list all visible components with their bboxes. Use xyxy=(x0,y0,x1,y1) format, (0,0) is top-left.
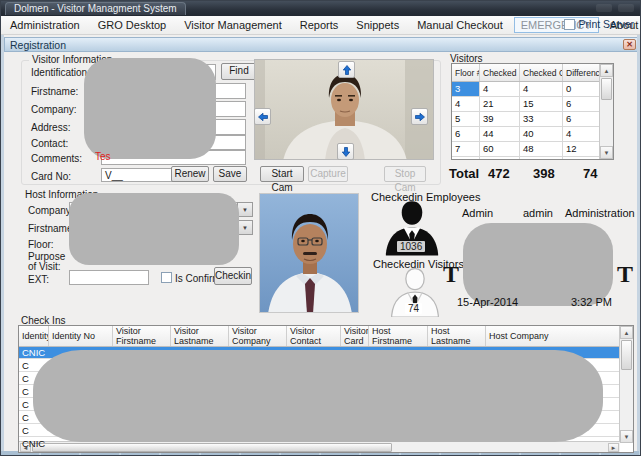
cam-pan-left-button[interactable] xyxy=(254,108,271,125)
col-host-firstname[interactable]: Host Firstname xyxy=(369,326,428,346)
col-visitor-contact[interactable]: Visitor Contact xyxy=(287,326,341,346)
cell[interactable]: 4 xyxy=(452,97,480,111)
scroll-down-icon[interactable]: ▼ xyxy=(620,430,633,443)
table-row[interactable]: 6 44 40 4 xyxy=(452,127,613,142)
cell[interactable]: 48 xyxy=(520,142,563,156)
visitors-total-label: Total xyxy=(449,166,479,181)
cell[interactable]: 6 xyxy=(452,127,480,141)
find-button[interactable]: Find xyxy=(221,63,257,80)
visitors-total-checked-out: 398 xyxy=(533,166,555,181)
col-identity-no[interactable]: Identity No xyxy=(49,326,113,346)
checkbox-icon[interactable] xyxy=(564,19,575,30)
print-server-checkbox[interactable]: Print Server xyxy=(564,18,634,30)
menu-gro-desktop[interactable]: GRO Desktop xyxy=(89,17,175,33)
col-visitor-company[interactable]: Visitor Company xyxy=(229,326,287,346)
check-ins-table[interactable]: Identity Identity No Visitor Firstname V… xyxy=(18,325,634,453)
identity-cell[interactable]: C xyxy=(22,412,29,423)
check-ins-vscrollbar[interactable]: ▲ ▼ xyxy=(619,326,633,443)
menu-visitor-management[interactable]: Visitor Management xyxy=(175,17,291,33)
registration-titlebar[interactable]: Registration ✕ xyxy=(4,37,639,52)
visitors-table[interactable]: Floor # Checked In Checked Out Differenc… xyxy=(451,63,614,160)
menu-reports[interactable]: Reports xyxy=(291,17,348,33)
col-difference[interactable]: Difference xyxy=(563,64,601,81)
scroll-right-icon[interactable]: ► xyxy=(608,443,619,452)
menu-administration[interactable]: Administration xyxy=(1,17,89,33)
close-icon[interactable]: ✕ xyxy=(623,39,636,50)
cell[interactable]: 15 xyxy=(520,97,563,111)
ext-input[interactable] xyxy=(69,270,149,285)
visitors-table-header: Floor # Checked In Checked Out Differenc… xyxy=(452,64,613,82)
minimize-icon[interactable] xyxy=(596,4,612,12)
cell[interactable]: 7 xyxy=(452,142,480,156)
col-checked-in[interactable]: Checked In xyxy=(480,64,520,81)
scrollbar-thumb[interactable] xyxy=(32,443,392,452)
checkin-button[interactable]: Checkin xyxy=(214,267,252,285)
col-identity[interactable]: Identity xyxy=(19,326,49,346)
chevron-down-icon[interactable]: ▼ xyxy=(237,202,253,217)
close-icon[interactable] xyxy=(618,4,634,12)
is-confirmed-checkbox[interactable] xyxy=(161,272,172,283)
table-row[interactable]: 7 60 48 12 xyxy=(452,142,613,157)
scrollbar-thumb[interactable] xyxy=(601,78,612,100)
col-checked-out[interactable]: Checked Out xyxy=(520,64,563,81)
titlebar[interactable]: Dolmen - Visitor Managment System xyxy=(1,1,641,16)
cell[interactable]: 8 xyxy=(452,157,480,160)
scroll-down-icon[interactable]: ▼ xyxy=(600,146,613,159)
identity-cell[interactable]: C xyxy=(22,386,29,397)
col-visitor-lastname[interactable]: Visitor Lastname xyxy=(171,326,229,346)
cell[interactable]: 4 xyxy=(480,82,520,96)
cell[interactable]: 33 xyxy=(520,112,563,126)
renew-button[interactable]: Renew xyxy=(171,166,209,182)
identity-cell[interactable]: CNIC xyxy=(22,438,45,449)
identity-cell[interactable]: C xyxy=(22,360,29,371)
host-photo xyxy=(259,193,359,313)
identity-cell[interactable]: CNIC xyxy=(22,347,45,358)
stop-cam-button[interactable]: Stop Cam xyxy=(384,166,426,182)
host-company-label: Company: xyxy=(28,205,74,216)
table-row[interactable]: 8 38 34 4 xyxy=(452,157,613,160)
chevron-down-icon[interactable]: ▼ xyxy=(237,220,253,235)
cell[interactable]: 60 xyxy=(480,142,520,156)
identity-cell[interactable]: C xyxy=(22,425,29,436)
capture-button[interactable]: Capture xyxy=(308,166,348,182)
cell[interactable]: 4 xyxy=(563,127,601,141)
col-host-company[interactable]: Host Company xyxy=(486,326,620,346)
visitors-scrollbar[interactable]: ▲ ▼ xyxy=(599,64,613,159)
cell[interactable]: 39 xyxy=(480,112,520,126)
scroll-up-icon[interactable]: ▲ xyxy=(620,326,633,339)
cell[interactable]: 6 xyxy=(563,97,601,111)
cell[interactable]: 4 xyxy=(563,157,601,160)
start-cam-button[interactable]: Start Cam xyxy=(260,166,304,182)
menu-manual-checkout[interactable]: Manual Checkout xyxy=(408,17,512,33)
check-ins-hscrollbar[interactable]: ◄ ► xyxy=(19,441,620,452)
cell[interactable]: 0 xyxy=(563,82,601,96)
cam-pan-up-button[interactable] xyxy=(338,61,355,78)
menu-snippets[interactable]: Snippets xyxy=(347,17,408,33)
cell[interactable]: 12 xyxy=(563,142,601,156)
cam-pan-down-button[interactable] xyxy=(337,143,354,160)
scroll-up-icon[interactable]: ▲ xyxy=(600,64,613,77)
col-host-lastname[interactable]: Host Lastname xyxy=(428,326,486,346)
col-floor[interactable]: Floor # xyxy=(452,64,480,81)
cell[interactable]: 44 xyxy=(480,127,520,141)
col-visitor-firstname[interactable]: Visitor Firstname xyxy=(113,326,171,346)
window-controls[interactable] xyxy=(596,4,634,12)
cam-pan-right-button[interactable] xyxy=(411,108,428,125)
save-button[interactable]: Save xyxy=(213,166,247,182)
cell[interactable]: 4 xyxy=(520,82,563,96)
cell[interactable]: 40 xyxy=(520,127,563,141)
col-visitor-card[interactable]: Visitor Card xyxy=(341,326,369,346)
table-row[interactable]: 5 39 33 6 xyxy=(452,112,613,127)
identity-cell[interactable]: C xyxy=(22,373,29,384)
cell[interactable]: 3 xyxy=(452,82,480,96)
scrollbar-thumb[interactable] xyxy=(621,340,632,370)
cell[interactable]: 6 xyxy=(563,112,601,126)
table-row[interactable]: 3 4 4 0 xyxy=(452,82,613,97)
table-row[interactable]: 4 21 15 6 xyxy=(452,97,613,112)
window-title: Dolmen - Visitor Managment System xyxy=(5,2,186,15)
cell[interactable]: 34 xyxy=(520,157,563,160)
cell[interactable]: 21 xyxy=(480,97,520,111)
cell[interactable]: 38 xyxy=(480,157,520,160)
cell[interactable]: 5 xyxy=(452,112,480,126)
identity-cell[interactable]: C xyxy=(22,399,29,410)
